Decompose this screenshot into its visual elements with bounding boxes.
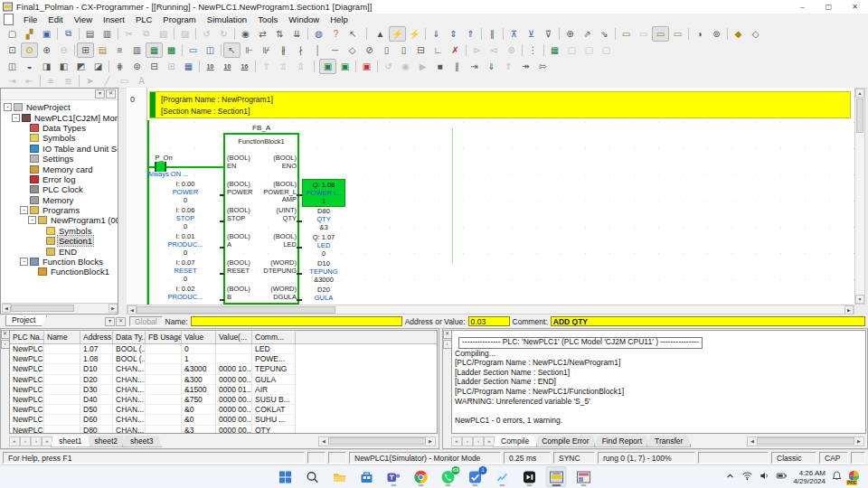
- next-sheet-icon[interactable]: ›: [31, 436, 42, 446]
- menu-file[interactable]: File: [18, 14, 42, 24]
- teams-button[interactable]: [383, 466, 404, 487]
- scroll-left-icon[interactable]: ◀: [319, 437, 328, 446]
- column-header-value[interactable]: Value: [182, 331, 216, 343]
- chrome-button[interactable]: [410, 466, 431, 487]
- wrap-rungs-button[interactable]: ▭: [184, 42, 202, 58]
- output-tab-compile-error[interactable]: Compile Error: [533, 436, 597, 447]
- previous-sheet-icon[interactable]: ‹: [20, 436, 31, 446]
- microsoft-todo-button[interactable]: 1: [465, 466, 486, 487]
- help-contents-button[interactable]: ?: [327, 26, 344, 42]
- left-operand-cell[interactable]: I: 0.00POWER0: [149, 180, 222, 204]
- overview-button[interactable]: ▦: [180, 59, 197, 74]
- new-fb-invocation-button[interactable]: ⊟: [412, 42, 429, 58]
- output-line-3[interactable]: [Ladder Section Name : Section1]: [455, 368, 863, 378]
- ladder-rung-margin[interactable]: 0: [127, 88, 147, 305]
- sim-record-button[interactable]: ◉: [397, 59, 414, 74]
- pause-with-trigger-button[interactable]: ▢: [580, 42, 598, 58]
- notification-bell-icon[interactable]: [831, 469, 843, 485]
- output-tab-compile[interactable]: Compile: [493, 436, 537, 447]
- output-line-0[interactable]: --------------- PLC: 'NewPLC1' (PLC Mode…: [458, 337, 703, 349]
- new-closed-coil-button[interactable]: ⊘: [361, 42, 378, 58]
- tree-item-program-symbols[interactable]: Symbols: [1, 226, 118, 236]
- outdent-rung-button[interactable]: ⇤: [21, 73, 38, 89]
- expand-toggle-icon[interactable]: -: [28, 216, 36, 224]
- column-header-address[interactable]: Address: [80, 331, 113, 343]
- first-sheet-icon[interactable]: «: [9, 436, 20, 446]
- scroll-right-icon[interactable]: ▶: [854, 437, 863, 446]
- first-tab-icon[interactable]: «: [451, 436, 462, 446]
- menu-tools[interactable]: Tools: [252, 14, 283, 24]
- watch-horizontal-scrollbar[interactable]: ◀ ▶: [318, 436, 436, 446]
- rung-comments-button[interactable]: ▤: [94, 42, 111, 58]
- program-mode-button[interactable]: ▭: [618, 26, 635, 42]
- menu-insert[interactable]: Insert: [98, 14, 130, 24]
- tree-item-memory[interactable]: Memory: [1, 195, 118, 205]
- monitor-mode-button[interactable]: ▭: [652, 26, 669, 42]
- infobar-close-icon[interactable]: ✕: [116, 317, 126, 326]
- monitor-hex-button[interactable]: 16: [236, 59, 253, 74]
- last-sheet-icon[interactable]: »: [42, 436, 52, 446]
- force-off-button[interactable]: ⊻: [523, 26, 540, 42]
- paste-button[interactable]: ▧: [155, 26, 172, 42]
- right-operand-cell[interactable]: D20GULA: [303, 285, 344, 303]
- cx-programmer-button[interactable]: [546, 466, 567, 487]
- cut-button[interactable]: ✂: [120, 26, 137, 42]
- output-line-7[interactable]: [455, 406, 863, 416]
- scroll-left-icon[interactable]: ◀: [2, 304, 11, 313]
- column-header-value-[interactable]: Value(...: [216, 331, 252, 343]
- show-monitor-data-button[interactable]: ▩: [163, 42, 180, 58]
- scroll-thumb[interactable]: [757, 437, 854, 445]
- watch-row-8[interactable]: NewPLC1D80CHAN...&30000 00...QTY: [10, 426, 437, 435]
- column-header-comm-[interactable]: Comm...: [252, 331, 296, 343]
- scroll-left-icon[interactable]: ◀: [127, 305, 137, 314]
- menu-program[interactable]: Program: [157, 14, 201, 24]
- previous-tab-icon[interactable]: ‹: [462, 436, 473, 446]
- right-operand-cell[interactable]: Q: 1.07LED0: [303, 232, 344, 258]
- differentiate-down-button[interactable]: ⇘: [596, 26, 613, 42]
- column-header-name[interactable]: Name: [44, 331, 80, 343]
- scroll-thumb[interactable]: [856, 99, 863, 133]
- tree-horizontal-scrollbar[interactable]: ◀ ▶: [2, 303, 118, 313]
- comment-input[interactable]: ADD QTY: [551, 316, 865, 326]
- step-into-button[interactable]: ⇓: [483, 59, 500, 74]
- output-line-2[interactable]: [PLC/Program Name : NewPLC1/NewProgram1]: [455, 358, 863, 368]
- change-all-button[interactable]: ⇅: [271, 26, 288, 42]
- menu-plc[interactable]: PLC: [130, 14, 157, 24]
- tree-item-io-table[interactable]: IO Table and Unit Set: [1, 144, 118, 154]
- new-button[interactable]: ▢: [4, 26, 21, 42]
- watch-close-icon[interactable]: ✕: [1, 330, 10, 339]
- print-preview-button[interactable]: ▥: [99, 26, 116, 42]
- search-button[interactable]: [302, 466, 323, 487]
- watch-dock-icon[interactable]: ‹: [1, 340, 10, 349]
- next-window-button[interactable]: ◪: [90, 59, 107, 74]
- new-or-contact-button[interactable]: ∦: [275, 42, 292, 58]
- last-tab-icon[interactable]: »: [484, 436, 495, 446]
- force-on-button[interactable]: ⊼: [505, 26, 523, 42]
- left-operand-cell[interactable]: I: 0.06STOP0: [149, 206, 222, 230]
- menu-window[interactable]: Window: [283, 14, 325, 24]
- fb-register-button[interactable]: ⊛: [503, 42, 520, 58]
- go-to-rung-button[interactable]: ⇪: [258, 59, 275, 74]
- ladder-vertical-scrollbar[interactable]: ▲ ▼: [854, 88, 865, 305]
- zoom-to-fit-button[interactable]: ⊡: [4, 42, 21, 58]
- ladder-horizontal-scrollbar[interactable]: ◀ ▶: [127, 305, 854, 314]
- scroll-right-icon[interactable]: ▶: [844, 305, 854, 314]
- project-tab[interactable]: Project: [5, 315, 47, 326]
- tree-item-newplc1[interactable]: -NewPLC1[CJ2M] Monito: [1, 112, 118, 122]
- draw-box-button[interactable]: ▭: [116, 73, 133, 89]
- work-online-simulator-button[interactable]: ⚡: [389, 26, 406, 42]
- menu-view[interactable]: View: [69, 14, 98, 24]
- run-mode-button[interactable]: ▭: [669, 26, 686, 42]
- tree-item-functionblock1[interactable]: FunctionBlock1: [1, 267, 118, 277]
- tree-item-settings[interactable]: Settings: [1, 154, 118, 164]
- expand-toggle-icon[interactable]: -: [20, 258, 28, 266]
- watch-row-0[interactable]: NewPLC11.07BOOL (...0LED: [10, 344, 437, 354]
- sim-run-button[interactable]: ▶: [414, 59, 431, 74]
- sheet-tab-sheet2[interactable]: sheet2: [87, 436, 127, 447]
- scroll-right-icon[interactable]: ▶: [108, 304, 118, 313]
- select-tool-button[interactable]: ↖: [223, 42, 241, 58]
- battery-icon[interactable]: [776, 469, 788, 485]
- minimize-button[interactable]: –: [789, 0, 816, 14]
- verify-button[interactable]: ⇕: [445, 26, 462, 42]
- restore-button[interactable]: ▢: [816, 0, 842, 14]
